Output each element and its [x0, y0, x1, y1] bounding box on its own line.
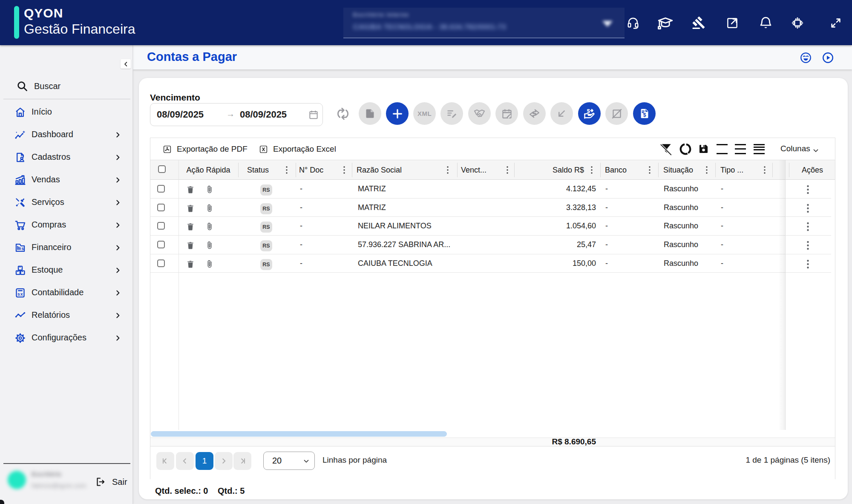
svg-text:$: $ [587, 108, 590, 114]
svg-text:s: s [21, 246, 24, 251]
svg-text:x: x [20, 291, 23, 297]
svg-text:$: $ [643, 112, 646, 118]
svg-text:s: s [17, 291, 20, 297]
